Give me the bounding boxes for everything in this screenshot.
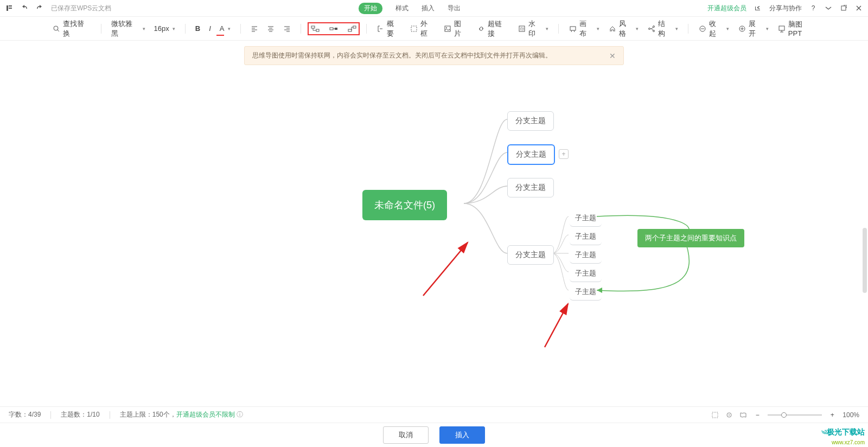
italic-button[interactable]: I [206,22,214,35]
hyperlink-button[interactable]: 超链接 [474,17,512,41]
svg-point-10 [446,27,447,28]
structure-icon [647,24,656,33]
svg-rect-2 [311,26,315,28]
frame-button[interactable]: 外框 [406,17,438,41]
font-color-button[interactable]: A▾ [216,22,234,35]
svg-rect-0 [841,6,846,10]
undo-icon[interactable] [21,4,28,12]
font-family-select[interactable]: 微软雅黑▾ [108,17,149,41]
expand-icon [738,24,746,33]
ppt-icon [777,24,786,33]
style-button[interactable]: 风格▾ [605,17,642,41]
align-left-button[interactable] [247,23,261,35]
link-icon [477,24,486,33]
summary-button[interactable]: 概要 [373,17,405,41]
callout-node[interactable]: 两个子主题之间的重要知识点 [637,229,744,247]
info-banner: 思维导图使用时需保持联网，内容会实时保存至云文档。关闭后可在云文档中找到文件并打… [244,46,624,65]
sub-node-5[interactable]: 子主题 [570,284,602,301]
watermark-button[interactable]: 印水印▾ [514,17,552,41]
branch-node-3[interactable]: 分支主题 [507,178,554,197]
branch-node-4[interactable]: 分支主题 [507,245,554,265]
share-label[interactable]: 分享与协作 [769,4,802,13]
topic-count: 主题数：1/10 [61,410,99,419]
insert-parent-icon[interactable] [348,24,356,33]
tab-start[interactable]: 开始 [359,3,382,14]
image-button[interactable]: 图片 [440,17,471,41]
banner-text: 思维导图使用时需保持联网，内容会实时保存至云文档。关闭后可在云文档中找到文件并打… [252,51,552,60]
structure-button[interactable]: 结构▾ [644,17,681,41]
statusbar: 字数：4/39 主题数：1/10 主题上限：150个，开通超级会员不限制 ⓘ −… [0,406,868,423]
zoom-slider[interactable] [768,414,822,416]
watermark-icon: 印 [518,24,526,33]
minimize-icon[interactable] [825,4,832,12]
svg-rect-19 [779,26,784,30]
fit-screen-icon[interactable] [711,411,719,419]
svg-point-1 [54,26,58,30]
site-watermark: ༄极光下载站 www.xz7.com [821,426,865,446]
svg-rect-7 [348,29,352,31]
svg-point-26 [729,414,730,416]
redo-icon[interactable] [36,4,43,12]
root-node[interactable]: 未命名文件(5) [362,190,447,220]
svg-rect-24 [712,412,718,418]
align-center-button[interactable] [264,23,278,35]
collapse-icon [698,24,707,33]
sub-node-2[interactable]: 子主题 [570,228,602,245]
share-icon[interactable] [754,4,762,12]
close-icon[interactable] [855,4,863,12]
help-icon[interactable]: ? [809,4,817,12]
sub-node-1[interactable]: 子主题 [570,210,602,227]
topic-insert-group [308,22,360,35]
find-replace-label: 查找替换 [63,19,91,39]
svg-line-22 [423,242,468,296]
bold-button[interactable]: B [192,22,203,35]
locate-icon[interactable] [725,411,733,419]
svg-rect-3 [316,29,319,31]
svg-rect-4 [330,28,333,30]
image-icon [443,24,452,33]
toolbar: 查找替换 微软雅黑▾ 16px▾ B I A▾ 概要 外框 图片 超链接 印水印… [0,16,868,41]
search-icon [52,24,61,33]
vertical-scrollbar[interactable] [863,228,867,293]
titlebar: 已保存至WPS云文档 开始 样式 插入 导出 开通超级会员 分享与协作 ? [0,0,868,16]
tab-style[interactable]: 样式 [395,4,409,13]
find-replace-button[interactable]: 查找替换 [49,17,94,41]
insert-button[interactable]: 插入 [439,426,485,444]
zoom-in-icon[interactable]: + [828,411,836,419]
align-right-button[interactable] [280,23,294,35]
add-child-button[interactable]: + [559,149,569,159]
canvas-button[interactable]: 画布▾ [565,17,603,41]
frame-icon [410,24,418,33]
style-icon [608,24,617,33]
svg-rect-6 [353,26,356,28]
svg-rect-9 [445,26,450,31]
tab-insert[interactable]: 插入 [422,4,435,13]
font-size-select[interactable]: 16px▾ [151,22,178,35]
branch-node-1[interactable]: 分支主题 [507,111,554,131]
svg-rect-8 [411,26,417,31]
tab-export[interactable]: 导出 [448,4,461,13]
mindmap-ppt-button[interactable]: 脑图PPT [774,17,819,40]
actionbar: 取消 插入 [0,423,868,447]
word-count: 字数：4/39 [9,410,41,419]
maximize-icon[interactable] [840,4,847,12]
map-icon[interactable] [739,411,747,419]
mindmap-canvas[interactable]: 未命名文件(5) 分支主题 分支主题 + 分支主题 分支主题 子主题 子主题 子… [0,65,868,398]
collapse-button[interactable]: 收起▾ [695,17,732,41]
summary-icon [376,24,385,33]
svg-rect-13 [570,27,576,30]
zoom-out-icon[interactable]: − [754,411,761,419]
insert-sibling-icon[interactable] [311,24,320,33]
branch-node-2[interactable]: 分支主题 [507,144,555,165]
svg-line-23 [545,304,568,347]
insert-child-icon[interactable] [329,24,338,33]
app-logo-icon [5,4,13,12]
sub-node-3[interactable]: 子主题 [570,247,602,264]
zoom-value: 100% [843,411,859,419]
sub-node-4[interactable]: 子主题 [570,265,602,282]
cancel-button[interactable]: 取消 [383,426,429,444]
upgrade-link[interactable]: 开通超级会员不限制 [176,411,235,418]
vip-link[interactable]: 开通超级会员 [707,4,746,13]
banner-close-icon[interactable]: ✕ [609,52,616,60]
expand-button[interactable]: 展开▾ [735,17,772,41]
